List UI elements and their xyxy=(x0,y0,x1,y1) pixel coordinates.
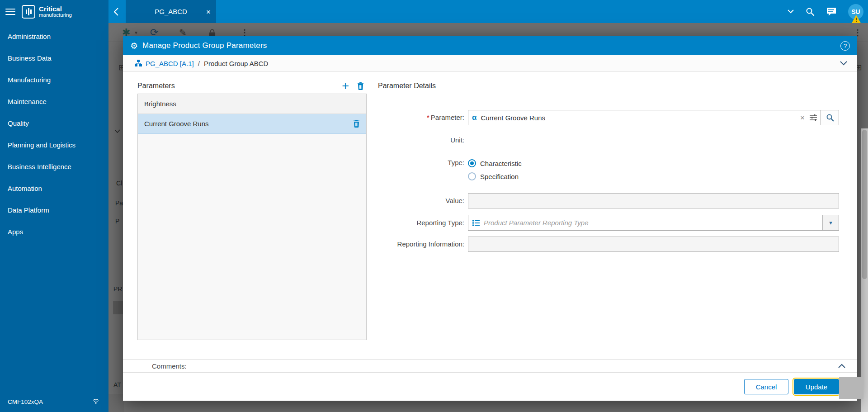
reporting-type-dropdown-button[interactable]: ▾ xyxy=(822,215,839,230)
sidebar-item-data-platform[interactable]: Data Platform xyxy=(0,199,108,221)
parameters-actions: + xyxy=(342,81,367,91)
sidebar-item-business-intelligence[interactable]: Business Intelligence xyxy=(0,156,108,178)
row-delete-icon[interactable] xyxy=(353,120,360,128)
reporting-type-placeholder: Product Parameter Reporting Type xyxy=(484,219,822,227)
type-row: Type: Characteristic Specification xyxy=(378,159,839,180)
warning-icon xyxy=(852,15,861,25)
clear-icon[interactable]: × xyxy=(800,114,805,122)
brand-subname: manufacturing xyxy=(39,12,72,18)
collapse-chevron-icon[interactable] xyxy=(840,61,847,66)
app-logo: Critical manufacturing xyxy=(39,5,72,18)
parameter-search-button[interactable] xyxy=(821,110,839,125)
parameters-panel-header: Parameters + xyxy=(137,78,367,94)
modal-header: ⚙ Manage Product Group Parameters ? xyxy=(123,36,857,55)
radio-label: Characteristic xyxy=(480,160,522,167)
comments-section: Comments: xyxy=(123,359,857,373)
parameter-details-panel: Parameter Details *Parameter: α Current … xyxy=(378,72,839,359)
delete-parameter-icon[interactable] xyxy=(357,82,364,90)
breadcrumb-link[interactable]: PG_ABCD [A.1] xyxy=(146,60,194,67)
update-button[interactable]: Update xyxy=(794,379,839,394)
value-input[interactable] xyxy=(468,193,839,208)
comments-label: Comments: xyxy=(152,362,187,370)
breadcrumb-separator: / xyxy=(198,60,200,67)
reporting-information-label: Reporting Information: xyxy=(378,237,468,252)
sidebar-item-manufacturing[interactable]: Manufacturing xyxy=(0,69,108,91)
modal-body: Parameters + Brightness Current Groove R… xyxy=(123,72,857,359)
value-label: Value: xyxy=(378,193,468,208)
value-row: Value: xyxy=(378,193,839,208)
modal-footer: Cancel Update xyxy=(123,373,857,401)
scrollbar[interactable] xyxy=(861,128,868,412)
magnifier-icon xyxy=(826,114,834,122)
unit-value xyxy=(468,136,839,144)
parameter-field: α Current Groove Runs × xyxy=(468,110,839,125)
list-item-brightness[interactable]: Brightness xyxy=(138,94,366,114)
blur-patch xyxy=(839,377,863,399)
sidebar-item-maintenance[interactable]: Maintenance xyxy=(0,91,108,113)
radio-characteristic[interactable]: Characteristic xyxy=(468,159,839,167)
back-button[interactable] xyxy=(108,0,124,23)
reporting-type-dropdown[interactable]: Product Parameter Reporting Type ▾ xyxy=(468,215,839,231)
parameter-input[interactable]: α Current Groove Runs × xyxy=(468,110,821,125)
chat-icon[interactable] xyxy=(826,7,836,16)
reporting-type-label: Reporting Type: xyxy=(378,215,468,231)
sidebar-item-planning-and-logistics[interactable]: Planning and Logistics xyxy=(0,134,108,156)
parameter-label: *Parameter: xyxy=(378,110,468,125)
sidebar-header: Critical manufacturing xyxy=(0,0,108,23)
logo-icon xyxy=(22,5,35,19)
comments-collapse-icon[interactable] xyxy=(838,364,845,368)
add-parameter-icon[interactable]: + xyxy=(342,81,349,91)
help-icon[interactable]: ? xyxy=(840,41,850,51)
reporting-information-row: Reporting Information: xyxy=(378,237,839,252)
sidebar-item-business-data[interactable]: Business Data xyxy=(0,47,108,69)
sidebar-footer: CMF102xQA xyxy=(0,391,108,412)
radio-icon xyxy=(468,172,476,180)
sidebar-item-apps[interactable]: Apps xyxy=(0,221,108,243)
topbar: PG_ABCD × SU xyxy=(108,0,868,23)
tab-label: PG_ABCD xyxy=(155,8,187,15)
sidebar-item-administration[interactable]: Administration xyxy=(0,26,108,47)
sidebar-item-automation[interactable]: Automation xyxy=(0,178,108,199)
parameters-title: Parameters xyxy=(137,82,175,90)
reporting-information-input[interactable] xyxy=(468,237,839,252)
environment-label: CMF102xQA xyxy=(8,398,43,405)
modal-manage-product-group-parameters: ⚙ Manage Product Group Parameters ? PG_A… xyxy=(123,36,857,401)
type-label: Type: xyxy=(378,159,468,180)
unit-label: Unit: xyxy=(378,136,468,144)
list-item-current-groove-runs[interactable]: Current Groove Runs xyxy=(138,114,366,134)
cancel-button[interactable]: Cancel xyxy=(744,379,788,394)
type-radio-group: Characteristic Specification xyxy=(468,159,839,180)
manage-wizard-icon: ⚙ xyxy=(130,42,138,50)
chevron-left-icon xyxy=(114,8,118,16)
reporting-type-row: Reporting Type: Product Parameter Report… xyxy=(378,215,839,231)
radio-label: Specification xyxy=(480,173,519,180)
tab-close-icon[interactable]: × xyxy=(206,8,211,15)
scrollbar-thumb[interactable] xyxy=(862,130,867,279)
sidebar-item-quality[interactable]: Quality xyxy=(0,113,108,134)
product-group-icon xyxy=(135,60,142,67)
parameter-value: Current Groove Runs xyxy=(481,114,795,122)
tab-pg-abcd[interactable]: PG_ABCD × xyxy=(126,0,216,23)
search-icon[interactable] xyxy=(806,7,815,16)
parameter-row: *Parameter: α Current Groove Runs × xyxy=(378,110,839,125)
views-dropdown-chevron-icon[interactable] xyxy=(788,9,794,14)
breadcrumb-current: Product Group ABCD xyxy=(204,60,269,67)
menu-icon[interactable] xyxy=(5,9,15,15)
parameters-panel: Parameters + Brightness Current Groove R… xyxy=(137,78,367,340)
brand-name: Critical xyxy=(39,5,72,12)
radio-specification[interactable]: Specification xyxy=(468,172,839,180)
picklist-icon[interactable] xyxy=(810,114,817,121)
sidebar: Critical manufacturing Administration Bu… xyxy=(0,0,108,412)
reporting-type-list-icon xyxy=(472,220,480,226)
radio-icon xyxy=(468,159,476,167)
list-item-label: Brightness xyxy=(144,100,176,108)
breadcrumb: PG_ABCD [A.1] / Product Group ABCD xyxy=(123,55,857,72)
parameter-combobox: α Current Groove Runs × xyxy=(468,110,839,125)
parameter-details-title: Parameter Details xyxy=(378,82,436,90)
connection-icon xyxy=(92,398,99,406)
required-marker: * xyxy=(427,114,429,121)
sidebar-nav: Administration Business Data Manufacturi… xyxy=(0,26,108,243)
unit-row: Unit: xyxy=(378,136,839,144)
parameter-alpha-icon: α xyxy=(472,113,476,122)
modal-title: Manage Product Group Parameters xyxy=(142,41,267,50)
